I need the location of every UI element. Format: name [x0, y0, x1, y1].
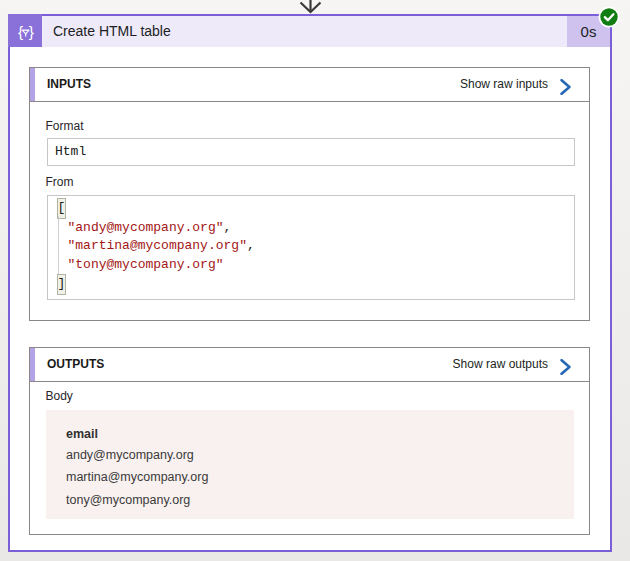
- svg-text:{: {: [18, 23, 23, 40]
- svg-text:}: }: [29, 23, 34, 40]
